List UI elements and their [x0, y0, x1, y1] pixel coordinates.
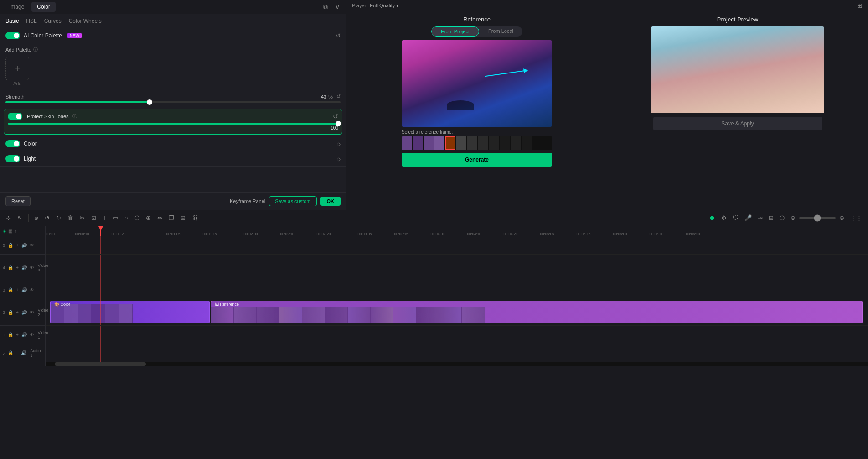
- color-toggle[interactable]: [5, 140, 20, 147]
- audio-mute[interactable]: 🔊: [20, 350, 27, 356]
- track1-audio[interactable]: 🔊: [21, 332, 28, 338]
- rect-tool[interactable]: ▭: [110, 213, 120, 223]
- frame-thumb-9[interactable]: [489, 136, 499, 150]
- tab-color[interactable]: Color: [31, 2, 56, 12]
- tab-hsl[interactable]: HSL: [26, 18, 36, 24]
- playhead[interactable]: [100, 226, 101, 236]
- grid-icon[interactable]: ⊞: [857, 2, 863, 9]
- tab-color-wheels[interactable]: Color Wheels: [69, 18, 102, 24]
- color-expand-row[interactable]: Color ◇: [0, 136, 346, 151]
- caption-btn[interactable]: ⊟: [766, 213, 776, 223]
- pointer-tool[interactable]: ↖: [15, 213, 25, 223]
- frame-thumb-7[interactable]: [467, 136, 477, 150]
- track4-lock[interactable]: 🔒: [7, 265, 14, 271]
- reset-button[interactable]: Reset: [5, 196, 31, 206]
- strength-slider[interactable]: [5, 101, 341, 103]
- tab-basic[interactable]: Basic: [5, 18, 19, 24]
- export-btn[interactable]: ⬡: [777, 213, 787, 223]
- frame-strip[interactable]: [402, 136, 552, 150]
- track3-add[interactable]: +: [15, 287, 20, 293]
- track1-add[interactable]: +: [15, 332, 20, 338]
- from-local-tab[interactable]: From Local: [479, 26, 522, 37]
- crop-tool[interactable]: ⊡: [89, 213, 98, 223]
- zoom-in-btn[interactable]: ⊕: [837, 213, 847, 223]
- track5-add[interactable]: +: [15, 242, 20, 248]
- copy-tool[interactable]: ⊞: [178, 213, 188, 223]
- delete-tool[interactable]: 🗑: [65, 213, 76, 223]
- tab-image[interactable]: Image: [4, 2, 30, 12]
- magic-tool[interactable]: ⬡: [132, 213, 142, 223]
- link-tool[interactable]: ⛓: [190, 213, 200, 223]
- frame-thumb-8[interactable]: [478, 136, 488, 150]
- frame-thumb-3[interactable]: [424, 136, 434, 150]
- frame-thumb-12[interactable]: [522, 136, 532, 150]
- reference-clip[interactable]: 🖼 Reference: [211, 301, 863, 323]
- frame-thumb-1[interactable]: [402, 136, 412, 150]
- track1-eye[interactable]: 👁: [29, 332, 35, 338]
- track2-lock[interactable]: 🔒: [7, 309, 14, 315]
- undo-tool[interactable]: ⌀: [32, 213, 41, 223]
- strength-reset-icon[interactable]: ↺: [336, 94, 341, 99]
- frame-thumb-2[interactable]: [413, 136, 423, 150]
- track2-audio[interactable]: 🔊: [21, 309, 28, 315]
- zoom-slider[interactable]: [799, 217, 836, 219]
- save-apply-button[interactable]: Save & Apply: [653, 117, 822, 130]
- redo-tool[interactable]: ↺: [42, 213, 52, 223]
- frame-thumb-active[interactable]: [445, 136, 455, 150]
- keyframe-panel-button[interactable]: Keyframe Panel: [230, 198, 265, 204]
- frame-thumb-11[interactable]: [511, 136, 521, 150]
- track5-eye[interactable]: 👁: [29, 242, 35, 248]
- more-btn[interactable]: ⋮⋮: [848, 213, 864, 223]
- select-tool[interactable]: ⊹: [4, 213, 13, 223]
- protect-toggle[interactable]: [8, 113, 22, 120]
- from-project-tab[interactable]: From Project: [431, 26, 479, 37]
- ai-palette-toggle[interactable]: [5, 32, 20, 39]
- track3-eye[interactable]: 👁: [29, 287, 35, 293]
- track1-lock[interactable]: 🔒: [7, 332, 14, 338]
- track5-lock[interactable]: 🔒: [7, 242, 14, 248]
- track4-add[interactable]: +: [15, 265, 20, 271]
- quality-select[interactable]: Full Quality ▾: [370, 3, 399, 9]
- track4-eye[interactable]: 👁: [29, 265, 35, 271]
- generate-button[interactable]: Generate: [402, 153, 552, 167]
- redo-tool2[interactable]: ↻: [54, 213, 63, 223]
- record-btn[interactable]: ⏺: [707, 213, 718, 223]
- circle-tool[interactable]: ○: [122, 213, 130, 223]
- import-btn[interactable]: ⇥: [755, 213, 765, 223]
- tab-curves[interactable]: Curves: [44, 18, 62, 24]
- horizontal-scrollbar[interactable]: [46, 362, 868, 366]
- text-tool[interactable]: T: [100, 213, 108, 223]
- track3-lock[interactable]: 🔒: [7, 287, 14, 293]
- tick-505: 00:05:05: [540, 232, 554, 236]
- adjust-tool[interactable]: ⇔: [155, 213, 165, 223]
- protect-reset-icon[interactable]: ↺: [333, 113, 338, 120]
- scissors-tool[interactable]: ✂: [78, 213, 87, 223]
- audio-add[interactable]: +: [15, 350, 20, 356]
- settings-btn[interactable]: ⚙: [719, 213, 729, 223]
- shield-btn[interactable]: 🛡: [730, 213, 741, 223]
- scrollbar-thumb[interactable]: [55, 362, 146, 366]
- frame-thumb-10[interactable]: [500, 136, 510, 150]
- light-toggle[interactable]: [5, 155, 20, 162]
- track4-audio[interactable]: 🔊: [21, 265, 28, 271]
- protect-slider[interactable]: [8, 123, 338, 125]
- expand-icon[interactable]: ∨: [332, 2, 342, 12]
- stack-tool[interactable]: ⊕: [144, 213, 153, 223]
- track2-eye[interactable]: 👁: [29, 309, 35, 315]
- add-palette-box[interactable]: +: [5, 57, 29, 80]
- save-custom-button[interactable]: Save as custom: [269, 196, 316, 206]
- track2-add[interactable]: +: [15, 309, 20, 315]
- light-expand-row[interactable]: Light ◇: [0, 151, 346, 167]
- ok-button[interactable]: OK: [320, 197, 341, 206]
- split-view-icon[interactable]: ⧉: [320, 2, 331, 12]
- ai-reset-icon[interactable]: ↺: [336, 32, 341, 39]
- frame-thumb-4[interactable]: [434, 136, 444, 150]
- audio-lock[interactable]: 🔒: [7, 350, 14, 356]
- track5-audio[interactable]: 🔊: [21, 242, 28, 248]
- duplicate-tool[interactable]: ❐: [166, 213, 176, 223]
- color-clip[interactable]: 🎨 Color: [50, 301, 210, 323]
- track3-audio[interactable]: 🔊: [21, 287, 28, 293]
- zoom-out-btn[interactable]: ⊖: [788, 213, 798, 223]
- mic-btn[interactable]: 🎤: [742, 213, 754, 223]
- frame-thumb-6[interactable]: [456, 136, 466, 150]
